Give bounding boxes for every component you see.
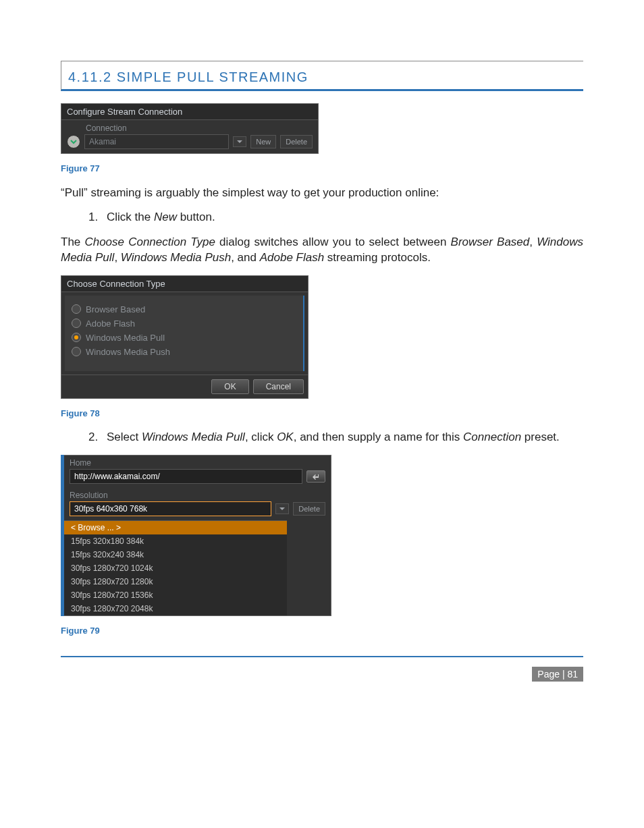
list-item[interactable]: 30fps 1280x720 2048k xyxy=(64,602,287,615)
go-button[interactable] xyxy=(306,470,325,482)
list-item: Select Windows Media Pull, click OK, and… xyxy=(101,431,583,444)
list-item[interactable]: 30fps 1280x720 1024k xyxy=(64,561,287,575)
radio-icon xyxy=(72,304,81,314)
delete-button[interactable]: Delete xyxy=(280,135,313,148)
radio-option[interactable]: Browser Based xyxy=(72,302,296,316)
figure-79-screenshot: Home http://www.akamai.com/ Resolution 3… xyxy=(61,455,583,616)
radio-icon xyxy=(72,333,81,342)
resolution-dropdown-list: < Browse ... > 15fps 320x180 384k 15fps … xyxy=(64,520,287,615)
radio-label: Windows Media Pull xyxy=(86,333,165,343)
resolution-field[interactable]: 30fps 640x360 768k xyxy=(70,501,271,516)
radio-icon xyxy=(72,347,81,356)
home-label: Home xyxy=(64,456,331,469)
radio-label: Browser Based xyxy=(86,304,145,314)
radio-icon xyxy=(72,319,81,328)
figure-caption-78: Figure 78 xyxy=(61,408,583,418)
step-italic: New xyxy=(154,211,177,223)
dropdown-icon[interactable] xyxy=(233,136,246,147)
cancel-button[interactable]: Cancel xyxy=(253,379,304,394)
section-heading: 4.11.2 SIMPLE PULL STREAMING xyxy=(68,70,308,84)
resolution-label: Resolution xyxy=(64,488,331,501)
connection-field[interactable]: Akamai xyxy=(84,134,229,149)
list-item: Click the New button. xyxy=(101,211,583,224)
list-item[interactable]: < Browse ... > xyxy=(64,521,287,534)
dropdown-icon[interactable] xyxy=(275,503,289,514)
step-text: button. xyxy=(177,211,215,223)
url-field[interactable]: http://www.akamai.com/ xyxy=(70,469,302,484)
radio-option[interactable]: Adobe Flash xyxy=(72,316,296,331)
figure-78-screenshot: Choose Connection Type Browser Based Ado… xyxy=(61,275,308,399)
list-item[interactable]: 15fps 320x180 384k xyxy=(64,534,287,548)
radio-label: Windows Media Push xyxy=(86,347,170,357)
list-item[interactable]: 30fps 1280x720 1280k xyxy=(64,575,287,588)
list-item[interactable]: 15fps 320x240 384k xyxy=(64,548,287,561)
step-text: Click the xyxy=(107,211,154,223)
connection-label: Connection xyxy=(67,123,313,133)
radio-option[interactable]: Windows Media Push xyxy=(72,345,296,359)
body-paragraph: “Pull” streaming is arguably the simples… xyxy=(61,186,583,201)
figure-77-screenshot: Configure Stream Connection Connection A… xyxy=(61,103,319,154)
figure-caption-77: Figure 77 xyxy=(61,163,583,173)
radio-label: Adobe Flash xyxy=(86,319,135,329)
step-list-1: Click the New button. xyxy=(81,211,583,224)
ok-button[interactable]: OK xyxy=(211,379,248,394)
figure-caption-79: Figure 79 xyxy=(61,626,583,636)
step-list-2: Select Windows Media Pull, click OK, and… xyxy=(81,431,583,444)
new-button[interactable]: New xyxy=(250,135,276,148)
expand-icon[interactable] xyxy=(67,135,80,148)
page-number: Page | 81 xyxy=(532,667,583,682)
delete-button[interactable]: Delete xyxy=(293,502,325,516)
footer-rule xyxy=(61,656,583,657)
section-heading-box: 4.11.2 SIMPLE PULL STREAMING xyxy=(61,61,583,91)
body-paragraph: The Choose Connection Type dialog switch… xyxy=(61,235,583,266)
radio-option[interactable]: Windows Media Pull xyxy=(72,331,296,345)
window-title: Choose Connection Type xyxy=(61,276,308,292)
window-title: Configure Stream Connection xyxy=(61,104,318,120)
list-item[interactable]: 30fps 1280x720 1536k xyxy=(64,588,287,602)
